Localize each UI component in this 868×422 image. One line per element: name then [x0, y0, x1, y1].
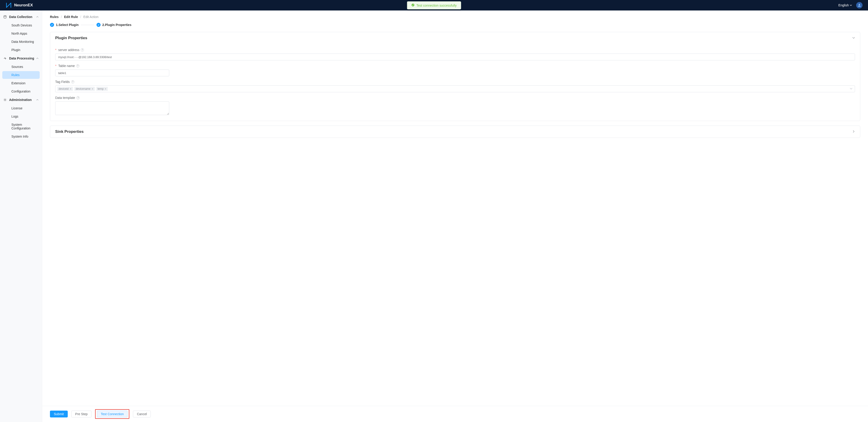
textarea-data-template[interactable] — [55, 101, 169, 115]
breadcrumb: Rules / Edit Rule / Edit Action — [50, 15, 860, 19]
processing-icon — [3, 57, 7, 60]
help-icon[interactable]: ? — [76, 64, 80, 67]
nav-item-logs[interactable]: Logs — [2, 112, 40, 120]
nav-group-data-collection[interactable]: Data Collection — [0, 13, 42, 21]
footer-actions: Submit Pre Step Test Connection Cancel — [42, 406, 868, 422]
chevron-down-icon — [850, 87, 852, 91]
main: Rules / Edit Rule / Edit Action 1.Select… — [42, 10, 868, 422]
tag-chip: devicename✕ — [74, 87, 95, 91]
nav-group-administration[interactable]: Administration — [0, 96, 42, 104]
svg-point-3 — [5, 99, 5, 100]
panel-sink-properties: Sink Properties — [50, 126, 860, 138]
sidebar: Data Collection South Devices North Apps… — [0, 10, 42, 422]
prev-step-button[interactable]: Pre Step — [71, 411, 91, 417]
chevron-up-icon — [36, 98, 39, 101]
database-icon — [3, 15, 7, 19]
svg-point-2 — [4, 15, 6, 17]
nav-group-label: Administration — [9, 98, 32, 102]
remove-tag-icon[interactable]: ✕ — [91, 88, 93, 91]
cancel-button[interactable]: Cancel — [133, 411, 151, 417]
label-data-template: Data template ? — [55, 96, 855, 100]
label-server-address: server address ? — [55, 48, 855, 52]
help-icon[interactable]: ? — [76, 96, 80, 99]
input-table-name[interactable] — [55, 69, 169, 76]
label-table-name: Table name ? — [55, 64, 855, 68]
nav-group-label: Data Processing — [9, 57, 34, 60]
input-server-address[interactable] — [55, 54, 855, 60]
chevron-down-icon — [852, 36, 855, 40]
help-icon[interactable]: ? — [81, 48, 84, 52]
check-icon — [50, 23, 54, 27]
help-icon[interactable]: ? — [71, 80, 74, 84]
panel-title: Sink Properties — [55, 129, 84, 134]
breadcrumb-separator: / — [61, 15, 62, 19]
nav-item-north-apps[interactable]: North Apps — [2, 30, 40, 37]
chevron-down-icon — [850, 3, 852, 7]
chevron-up-icon — [36, 15, 39, 18]
gear-icon — [3, 98, 7, 102]
check-icon — [96, 23, 100, 27]
nav-item-sources[interactable]: Sources — [2, 63, 40, 71]
chevron-right-icon — [852, 129, 855, 134]
wizard-steps: 1.Select Plugin 2.Plugin Properties — [50, 23, 860, 27]
nav-group-data-processing[interactable]: Data Processing — [0, 54, 42, 62]
tag-chip: deviceid✕ — [57, 87, 73, 91]
brand: NeuronEX — [5, 2, 33, 8]
panel-header-plugin-properties[interactable]: Plugin Properties — [50, 32, 860, 44]
breadcrumb-edit-action: Edit Action — [84, 15, 98, 19]
step-select-plugin[interactable]: 1.Select Plugin — [50, 23, 79, 27]
test-connection-button[interactable]: Test Connection — [97, 411, 127, 417]
nav-item-license[interactable]: License — [2, 104, 40, 112]
remove-tag-icon[interactable]: ✕ — [104, 88, 106, 91]
chevron-up-icon — [36, 57, 39, 60]
step-label: 1.Select Plugin — [56, 23, 79, 27]
nav-item-system-configuration[interactable]: System Configuration — [2, 121, 40, 132]
step-label: 2.Plugin Properties — [102, 23, 132, 27]
nav-item-rules[interactable]: Rules — [2, 71, 40, 79]
toast-success: Test connection successfully — [407, 1, 461, 9]
breadcrumb-edit-rule[interactable]: Edit Rule — [64, 15, 78, 19]
nav-item-data-monitoring[interactable]: Data Monitoring — [2, 38, 40, 45]
nav-item-south-devices[interactable]: South Devices — [2, 22, 40, 29]
brand-text: NeuronEX — [14, 3, 33, 7]
tag-chip: temp✕ — [96, 87, 108, 91]
user-avatar[interactable] — [856, 2, 863, 8]
svg-point-1 — [859, 4, 860, 5]
submit-button[interactable]: Submit — [50, 411, 68, 417]
remove-tag-icon[interactable]: ✕ — [69, 88, 72, 91]
nav-item-system-info[interactable]: System Info — [2, 133, 40, 140]
check-circle-icon — [411, 3, 414, 7]
brand-logo-icon — [5, 2, 12, 8]
language-select[interactable]: English — [838, 3, 852, 7]
nav-group-label: Data Collection — [9, 15, 32, 19]
panel-header-sink-properties[interactable]: Sink Properties — [50, 126, 860, 138]
select-tag-fields[interactable]: deviceid✕ devicename✕ temp✕ — [55, 86, 855, 92]
breadcrumb-rules[interactable]: Rules — [50, 15, 59, 19]
nav-item-extension[interactable]: Extension — [2, 79, 40, 87]
highlight-annotation: Test Connection — [95, 409, 129, 419]
breadcrumb-separator: / — [80, 15, 81, 19]
top-bar: NeuronEX Test connection successfully En… — [0, 0, 868, 10]
panel-plugin-properties: Plugin Properties server address ? Table… — [50, 32, 860, 121]
nav-item-plugin[interactable]: Plugin — [2, 46, 40, 54]
label-tag-fields: Tag Fields ? — [55, 80, 855, 84]
nav-item-configuration[interactable]: Configuration — [2, 88, 40, 95]
language-label: English — [838, 3, 849, 7]
panel-title: Plugin Properties — [55, 36, 87, 40]
step-plugin-properties[interactable]: 2.Plugin Properties — [96, 23, 132, 27]
toast-text: Test connection successfully — [416, 4, 457, 7]
